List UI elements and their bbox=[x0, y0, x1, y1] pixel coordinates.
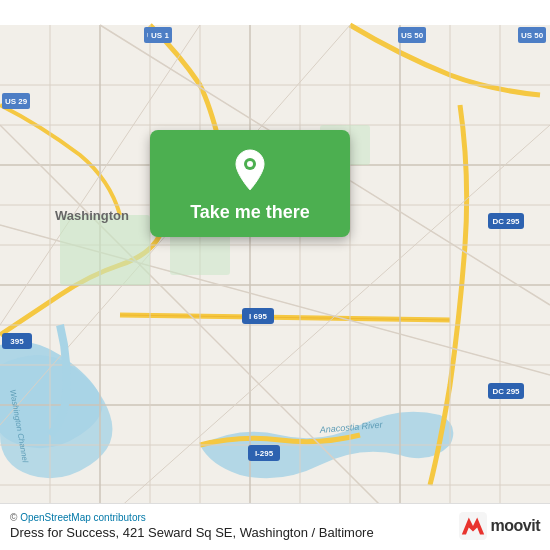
location-pin-icon bbox=[228, 148, 272, 192]
osm-credit: © OpenStreetMap contributors bbox=[10, 512, 374, 523]
svg-text:US 50: US 50 bbox=[401, 31, 424, 40]
address-text: Dress for Success, 421 Seward Sq SE, Was… bbox=[10, 525, 374, 540]
svg-text:DC 295: DC 295 bbox=[492, 387, 520, 396]
moovit-brand-text: moovit bbox=[491, 517, 540, 535]
take-me-there-button-label: Take me there bbox=[190, 202, 310, 223]
osm-link[interactable]: OpenStreetMap contributors bbox=[20, 512, 146, 523]
take-me-there-card[interactable]: Take me there bbox=[150, 130, 350, 237]
svg-text:US 29: US 29 bbox=[5, 97, 28, 106]
map-background: US 1 US 29 US 50 US 50 US 1 I 695 DC 295… bbox=[0, 0, 550, 550]
copyright-symbol: © bbox=[10, 512, 17, 523]
moovit-logo-icon bbox=[459, 512, 487, 540]
svg-text:US 1: US 1 bbox=[151, 31, 169, 40]
svg-rect-29 bbox=[60, 215, 150, 285]
svg-point-56 bbox=[247, 161, 253, 167]
moovit-logo: moovit bbox=[459, 512, 540, 540]
bottom-bar: © OpenStreetMap contributors Dress for S… bbox=[0, 503, 550, 550]
bottom-left-info: © OpenStreetMap contributors Dress for S… bbox=[10, 512, 374, 540]
svg-text:I 695: I 695 bbox=[249, 312, 267, 321]
svg-text:US 50: US 50 bbox=[521, 31, 544, 40]
svg-text:395: 395 bbox=[10, 337, 24, 346]
svg-text:I-295: I-295 bbox=[255, 449, 274, 458]
map-container: US 1 US 29 US 50 US 50 US 1 I 695 DC 295… bbox=[0, 0, 550, 550]
svg-text:Washington: Washington bbox=[55, 208, 129, 223]
svg-text:DC 295: DC 295 bbox=[492, 217, 520, 226]
